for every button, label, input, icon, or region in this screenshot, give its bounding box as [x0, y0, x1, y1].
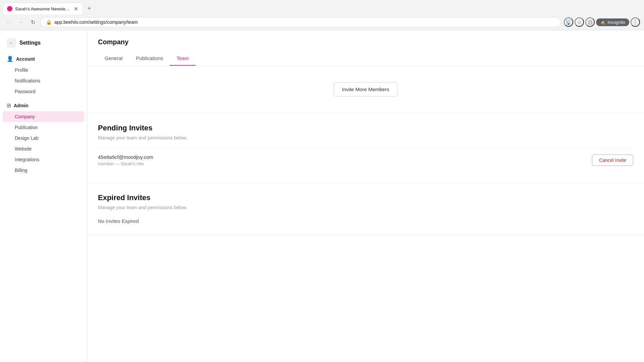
sidebar-header: ← Settings [0, 36, 87, 53]
sidebar-item-website[interactable]: Website [3, 143, 84, 154]
new-tab-button[interactable]: + [85, 4, 94, 13]
tab-title: Sarah's Awesome Newsletter - b... [15, 6, 70, 11]
sidebar-item-password[interactable]: Password [3, 86, 84, 97]
incognito-badge[interactable]: 🕵 Incognito [596, 18, 629, 26]
admin-icon: ⊞ [7, 102, 11, 109]
cancel-invite-button[interactable]: Cancel Invite [592, 155, 633, 166]
tab-general[interactable]: General [98, 51, 129, 66]
account-icon: 👤 [7, 56, 13, 62]
bookmark-button[interactable]: ☆ [575, 17, 584, 27]
incognito-label: Incognito [607, 20, 625, 25]
invite-info: 45e8a9cf@moodjoy.com member — Sarah's Hi… [98, 154, 592, 166]
sidebar-section-admin: ⊞ Admin Company Publication Design Lab W… [0, 100, 87, 176]
active-tab[interactable]: Sarah's Awesome Newsletter - b... ✕ [3, 3, 83, 14]
admin-section-label: Admin [14, 103, 29, 108]
invite-email: 45e8a9cf@moodjoy.com [98, 154, 592, 160]
sidebar-section-header-admin: ⊞ Admin [0, 100, 87, 111]
page-title: Company [98, 38, 633, 46]
navigation-bar: ← → ↻ 🔒 app.beehiiv.com/settings/company… [0, 14, 644, 30]
sidebar-title: Settings [19, 40, 41, 46]
pending-invite-row: 45e8a9cf@moodjoy.com member — Sarah's Hi… [98, 148, 633, 172]
nav-actions: 📡 ☆ ⊡ 🕵 Incognito ⋮ [564, 17, 640, 27]
sidebar: ← Settings 👤 Account Profile Notificatio… [0, 30, 87, 362]
expired-invites-section: Expired Invites Manage your team and per… [87, 183, 644, 235]
browser-chrome: Sarah's Awesome Newsletter - b... ✕ + ← … [0, 0, 644, 30]
invite-more-members-button[interactable]: Invite More Members [334, 82, 398, 97]
page-header: Company General Publications Team [87, 30, 644, 66]
sidebar-item-profile[interactable]: Profile [3, 65, 84, 75]
url-text: app.beehiiv.com/settings/company/team [54, 19, 555, 25]
address-bar[interactable]: 🔒 app.beehiiv.com/settings/company/team [40, 17, 561, 27]
pending-invites-title: Pending Invites [98, 124, 633, 132]
expired-invites-subtitle: Manage your team and permissions below. [98, 205, 633, 210]
tab-team[interactable]: Team [170, 51, 196, 66]
incognito-icon: 🕵 [600, 20, 605, 25]
back-button[interactable]: ← [4, 17, 13, 27]
invite-meta: member — Sarah's Hiiv [98, 161, 592, 166]
no-invites-text: No Invites Expired [98, 218, 633, 224]
profile-button[interactable]: ⊡ [585, 17, 595, 27]
tab-close-button[interactable]: ✕ [73, 6, 79, 12]
invite-button-row: Invite More Members [98, 77, 633, 102]
sidebar-item-design-lab[interactable]: Design Lab [3, 133, 84, 143]
sidebar-item-billing[interactable]: Billing [3, 165, 84, 176]
tab-bar: Sarah's Awesome Newsletter - b... ✕ + [0, 0, 644, 14]
sidebar-section-header-account: 👤 Account [0, 53, 87, 65]
tab-publications[interactable]: Publications [129, 51, 170, 66]
tab-bar-content: General Publications Team [98, 51, 633, 66]
invite-button-section: Invite More Members [87, 66, 644, 113]
more-button[interactable]: ⋮ [631, 17, 640, 27]
reload-button[interactable]: ↻ [28, 17, 38, 27]
tab-favicon [7, 6, 12, 11]
pending-invites-section: Pending Invites Manage your team and per… [87, 113, 644, 183]
account-section-label: Account [16, 56, 35, 62]
main-content: Company General Publications Team Invite… [87, 30, 644, 362]
expired-invites-title: Expired Invites [98, 193, 633, 202]
sidebar-back-button[interactable]: ← [7, 38, 16, 48]
sidebar-item-publication[interactable]: Publication [3, 122, 84, 133]
sidebar-item-company[interactable]: Company [3, 111, 84, 122]
cast-button[interactable]: 📡 [564, 17, 573, 27]
app-body: ← Settings 👤 Account Profile Notificatio… [0, 30, 644, 362]
sidebar-item-integrations[interactable]: Integrations [3, 154, 84, 165]
sidebar-item-notifications[interactable]: Notifications [3, 75, 84, 86]
forward-button[interactable]: → [16, 17, 25, 27]
sidebar-section-account: 👤 Account Profile Notifications Password [0, 53, 87, 97]
pending-invites-subtitle: Manage your team and permissions below. [98, 135, 633, 140]
lock-icon: 🔒 [46, 19, 52, 25]
